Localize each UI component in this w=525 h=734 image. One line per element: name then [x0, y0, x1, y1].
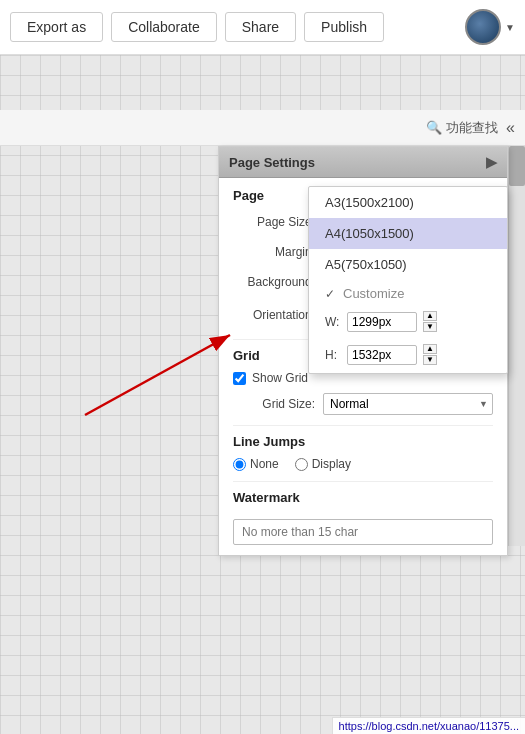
line-jumps-display-radio[interactable] [295, 458, 308, 471]
toolbar: Export as Collaborate Share Publish ▼ [0, 0, 525, 55]
page-size-dropdown: A3(1500x2100) A4(1050x1500) A5(750x1050)… [308, 186, 508, 374]
check-icon: ✓ [325, 287, 335, 301]
panel-title: Page Settings [229, 155, 315, 170]
height-spinner[interactable]: ▲ ▼ [423, 344, 437, 365]
height-spin-up[interactable]: ▲ [423, 344, 437, 354]
search-area[interactable]: 🔍 功能查找 [426, 119, 498, 137]
dropdown-item-a3-label: A3(1500x2100) [325, 195, 414, 210]
height-spin-down[interactable]: ▼ [423, 355, 437, 365]
search-icon: 🔍 [426, 120, 442, 135]
width-spin-down[interactable]: ▼ [423, 322, 437, 332]
avatar-container[interactable]: ▼ [465, 9, 515, 45]
line-jumps-display-label: Display [312, 457, 351, 471]
width-input[interactable] [347, 312, 417, 332]
scrollbar-thumb[interactable] [509, 146, 525, 186]
footer-url: https://blog.csdn.net/xuanao/11375... [332, 717, 525, 734]
watermark-section: Watermark [233, 481, 493, 545]
export-button[interactable]: Export as [10, 12, 103, 42]
line-jumps-title: Line Jumps [233, 434, 493, 449]
height-input-group: H: ▲ ▼ [309, 340, 507, 373]
dropdown-item-a4-label: A4(1050x1500) [325, 226, 414, 241]
line-jumps-display-option[interactable]: Display [295, 457, 351, 471]
collapse-button[interactable]: « [506, 119, 515, 137]
width-label: W: [325, 315, 341, 329]
grid-size-row: Grid Size: Normal ▼ [233, 393, 493, 415]
publish-button[interactable]: Publish [304, 12, 384, 42]
width-spin-up[interactable]: ▲ [423, 311, 437, 321]
watermark-input[interactable] [233, 519, 493, 545]
width-spinner[interactable]: ▲ ▼ [423, 311, 437, 332]
collaborate-button[interactable]: Collaborate [111, 12, 217, 42]
width-input-group: W: ▲ ▼ [309, 307, 507, 340]
avatar-chevron-icon: ▼ [505, 22, 515, 33]
panel-header: Page Settings ▶ [219, 147, 507, 178]
line-jumps-section: Line Jumps None Display [233, 425, 493, 471]
svg-line-1 [85, 335, 230, 415]
panel-expand-icon[interactable]: ▶ [486, 154, 497, 170]
show-grid-checkbox[interactable] [233, 372, 246, 385]
grid-size-label: Grid Size: [233, 397, 323, 411]
scrollbar[interactable] [508, 146, 525, 546]
line-jumps-none-option[interactable]: None [233, 457, 279, 471]
top-right-bar: 🔍 功能查找 « [0, 110, 525, 146]
show-grid-label: Show Grid [252, 371, 308, 385]
dropdown-item-a4[interactable]: A4(1050x1500) [309, 218, 507, 249]
grid-size-select[interactable]: Normal [323, 393, 493, 415]
dropdown-customize-label: Customize [343, 286, 404, 301]
canvas-area: 🔍 功能查找 « Page Settings ▶ Page Page Size:… [0, 55, 525, 734]
avatar [465, 9, 501, 45]
line-jumps-none-radio[interactable] [233, 458, 246, 471]
dropdown-customize-row[interactable]: ✓ Customize [309, 280, 507, 307]
dropdown-item-a5-label: A5(750x1050) [325, 257, 407, 272]
watermark-title: Watermark [233, 490, 493, 505]
grid-size-select-wrapper[interactable]: Normal ▼ [323, 393, 493, 415]
line-jumps-radio-row: None Display [233, 457, 493, 471]
share-button[interactable]: Share [225, 12, 296, 42]
dropdown-item-a5[interactable]: A5(750x1050) [309, 249, 507, 280]
search-label: 功能查找 [446, 119, 498, 137]
height-input[interactable] [347, 345, 417, 365]
height-label: H: [325, 348, 341, 362]
dropdown-item-a3[interactable]: A3(1500x2100) [309, 187, 507, 218]
line-jumps-none-label: None [250, 457, 279, 471]
